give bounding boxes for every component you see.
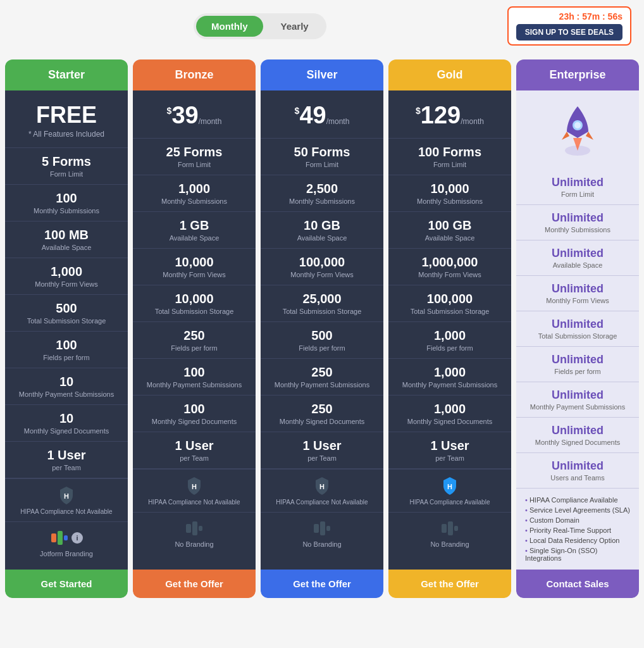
feature-row-monthly-signed-documents: 1,000 Monthly Signed Documents bbox=[388, 396, 511, 432]
feature-row-available-space: 1 GB Available Space bbox=[133, 212, 256, 249]
plan-header-enterprise: Enterprise bbox=[516, 59, 639, 90]
branding-section-silver: No Branding bbox=[261, 512, 383, 554]
feature-row-form-limit: 50 Forms Form Limit bbox=[261, 139, 383, 175]
enterprise-feature-available-space: Unlimited Available Space bbox=[516, 240, 639, 276]
top-bar: Monthly Yearly 23h : 57m : 56s SIGN UP T… bbox=[0, 0, 644, 52]
feature-row-monthly-form-views: 10,000 Monthly Form Views bbox=[133, 249, 256, 285]
feature-row-monthly-payment-submissions: 1,000 Monthly Payment Submissions bbox=[388, 359, 511, 396]
svg-rect-10 bbox=[320, 521, 325, 535]
plan-card-gold: Gold $ 129 /month 100 Forms Form Limit 1… bbox=[388, 59, 511, 598]
hipaa-text: HIPAA Compliance Not Available bbox=[20, 508, 112, 515]
svg-point-18 bbox=[574, 122, 581, 128]
rocket-icon bbox=[555, 103, 600, 157]
feature-row-available-space: 10 GB Available Space bbox=[261, 212, 383, 249]
price-period: /month bbox=[199, 117, 222, 126]
yearly-toggle[interactable]: Yearly bbox=[266, 16, 324, 37]
plan-card-bronze: Bronze $ 39 /month 25 Forms Form Limit 1… bbox=[133, 59, 256, 598]
price-dollar: $ bbox=[295, 106, 300, 116]
feature-row-per-team: 1 User per Team bbox=[5, 442, 128, 478]
enterprise-feature-users-and-teams: Unlimited Users and Teams bbox=[516, 453, 639, 489]
hipaa-icon: H bbox=[312, 476, 332, 496]
enterprise-feature-item: Service Level Agreements (SLA) bbox=[525, 505, 630, 515]
feature-row-monthly-submissions: 1,000 Monthly Submissions bbox=[133, 175, 256, 212]
feature-row-total-submission-storage: 10,000 Total Submission Storage bbox=[133, 285, 256, 322]
enterprise-rocket-section bbox=[516, 90, 639, 170]
enterprise-feature-fields-per-form: Unlimited Fields per form bbox=[516, 347, 639, 382]
branding-text: Jotform Branding bbox=[40, 550, 93, 558]
branding-section-bronze: No Branding bbox=[133, 512, 256, 554]
price-number: 39 bbox=[171, 102, 198, 129]
svg-rect-13 bbox=[442, 524, 447, 533]
feature-row-available-space: 100 GB Available Space bbox=[388, 212, 511, 249]
hipaa-section-starter: H HIPAA Compliance Not Available bbox=[5, 478, 128, 521]
hipaa-section-silver: H HIPAA Compliance Not Available bbox=[261, 469, 383, 512]
feature-row-total-submission-storage: 500 Total Submission Storage bbox=[5, 295, 128, 332]
svg-text:H: H bbox=[447, 483, 452, 490]
hipaa-section-gold: H HIPAA Compliance Available bbox=[388, 469, 511, 512]
feature-row-monthly-payment-submissions: 250 Monthly Payment Submissions bbox=[261, 359, 383, 396]
plans-container: Starter FREE * All Features Included 5 F… bbox=[0, 52, 644, 606]
jotform-branding-icon bbox=[50, 528, 69, 547]
svg-rect-11 bbox=[326, 526, 330, 531]
cta-button-starter[interactable]: Get Started bbox=[5, 570, 128, 598]
enterprise-feature-monthly-form-views: Unlimited Monthly Form Views bbox=[516, 276, 639, 311]
svg-text:H: H bbox=[64, 492, 69, 500]
feature-row-fields-per-form: 250 Fields per form bbox=[133, 322, 256, 359]
plan-header-bronze: Bronze bbox=[133, 59, 256, 90]
feature-row-form-limit: 25 Forms Form Limit bbox=[133, 139, 256, 175]
price-dollar: $ bbox=[416, 106, 421, 116]
feature-row-monthly-submissions: 10,000 Monthly Submissions bbox=[388, 175, 511, 212]
info-button[interactable]: i bbox=[71, 532, 83, 544]
enterprise-feature-item: HIPAA Compliance Available bbox=[525, 495, 630, 505]
billing-toggle[interactable]: Monthly Yearly bbox=[194, 13, 326, 39]
monthly-toggle[interactable]: Monthly bbox=[196, 16, 263, 37]
signup-deals-button[interactable]: SIGN UP TO SEE DEALS bbox=[516, 24, 622, 40]
feature-row-monthly-signed-documents: 10 Monthly Signed Documents bbox=[5, 405, 128, 442]
feature-row-available-space: 100 MB Available Space bbox=[5, 221, 128, 258]
no-branding-icon bbox=[313, 519, 331, 538]
svg-rect-14 bbox=[448, 521, 453, 535]
feature-row-monthly-form-views: 1,000 Monthly Form Views bbox=[5, 258, 128, 295]
price-section-silver: $ 49 /month bbox=[261, 90, 383, 139]
feature-row-form-limit: 100 Forms Form Limit bbox=[388, 139, 511, 175]
enterprise-feature-form-limit: Unlimited Form Limit bbox=[516, 170, 639, 205]
feature-row-monthly-submissions: 100 Monthly Submissions bbox=[5, 185, 128, 221]
price-number: 49 bbox=[299, 102, 326, 129]
feature-row-fields-per-form: 1,000 Fields per form bbox=[388, 322, 511, 359]
plan-card-enterprise: Enterprise Unlimited Form Limit Unlimite… bbox=[516, 59, 639, 598]
deal-timer: 23h : 57m : 56s bbox=[516, 11, 622, 22]
svg-rect-3 bbox=[64, 535, 68, 540]
cta-button-enterprise[interactable]: Contact Sales bbox=[516, 570, 639, 598]
feature-row-monthly-form-views: 100,000 Monthly Form Views bbox=[261, 249, 383, 285]
price-amount: $ 129 /month bbox=[395, 102, 505, 129]
plan-header-gold: Gold bbox=[388, 59, 511, 90]
price-section-gold: $ 129 /month bbox=[388, 90, 511, 139]
branding-row: i bbox=[50, 528, 83, 547]
hipaa-section-bronze: H HIPAA Compliance Not Available bbox=[133, 469, 256, 512]
feature-row-form-limit: 5 Forms Form Limit bbox=[5, 148, 128, 185]
price-number: 129 bbox=[421, 102, 461, 129]
cta-button-bronze[interactable]: Get the Offer bbox=[133, 570, 256, 598]
hipaa-text: HIPAA Compliance Available bbox=[410, 499, 490, 506]
enterprise-feature-monthly-submissions: Unlimited Monthly Submissions bbox=[516, 205, 639, 240]
price-section-bronze: $ 39 /month bbox=[133, 90, 256, 139]
feature-row-fields-per-form: 500 Fields per form bbox=[261, 322, 383, 359]
svg-rect-5 bbox=[186, 524, 191, 533]
price-sub: * All Features Included bbox=[11, 130, 121, 139]
hipaa-icon: H bbox=[440, 476, 460, 496]
price-period: /month bbox=[326, 117, 350, 126]
branding-text: No Branding bbox=[175, 540, 213, 548]
feature-row-per-team: 1 User per Team bbox=[388, 432, 511, 469]
price-dollar: $ bbox=[167, 106, 172, 116]
price-amount: $ 39 /month bbox=[139, 102, 249, 129]
enterprise-feature-item: Priority Real-Time Support bbox=[525, 525, 630, 535]
hipaa-text: HIPAA Compliance Not Available bbox=[148, 499, 240, 506]
cta-button-silver[interactable]: Get the Offer bbox=[261, 570, 383, 598]
branding-section-gold: No Branding bbox=[388, 512, 511, 554]
svg-rect-15 bbox=[454, 526, 458, 531]
feature-row-monthly-form-views: 1,000,000 Monthly Form Views bbox=[388, 249, 511, 285]
feature-row-total-submission-storage: 25,000 Total Submission Storage bbox=[261, 285, 383, 322]
plan-body-silver: $ 49 /month 50 Forms Form Limit 2,500 Mo… bbox=[261, 90, 383, 570]
cta-button-gold[interactable]: Get the Offer bbox=[388, 570, 511, 598]
price-free: FREE bbox=[11, 102, 121, 128]
